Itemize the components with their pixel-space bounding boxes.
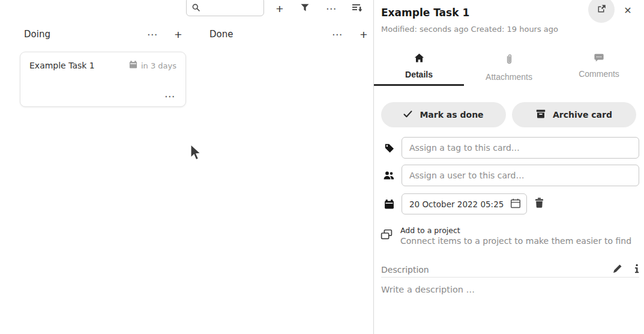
mark-as-done-button[interactable]: Mark as done: [381, 102, 506, 127]
card-details-panel: Example Task 1 Modified: seconds ago Cre…: [374, 0, 644, 334]
menu-button[interactable]: ⋯: [322, 0, 341, 17]
home-icon: [414, 53, 424, 64]
card-due-date: in 3 days: [129, 61, 176, 70]
panel-meta: Modified: seconds ago Created: 19 hours …: [381, 25, 558, 34]
project-copies-icon: [380, 229, 393, 243]
comment-icon: [594, 53, 604, 64]
info-icon: [634, 264, 639, 276]
description-header: Description: [381, 262, 639, 278]
paperclip-icon: [506, 53, 513, 67]
search-box[interactable]: [186, 0, 264, 16]
plus-icon: +: [175, 28, 182, 41]
tab-label: Comments: [579, 69, 619, 79]
tab-details[interactable]: Details: [374, 48, 464, 86]
search-icon: [192, 4, 200, 11]
app-window: + ⋯ Doing ⋯ + Done ⋯ + Example Task 1: [0, 0, 644, 334]
plus-icon: +: [360, 28, 367, 41]
due-date-input[interactable]: [402, 199, 510, 209]
card-title: Example Task 1: [29, 61, 95, 70]
card-due-label: in 3 days: [141, 61, 176, 70]
check-icon: [403, 111, 412, 120]
tab-label: Attachments: [486, 72, 532, 82]
add-card-button[interactable]: +: [270, 0, 289, 17]
description-placeholder[interactable]: Write a description …: [381, 285, 475, 294]
more-icon: ⋯: [326, 4, 337, 14]
search-input[interactable]: [200, 1, 263, 16]
add-to-project-row[interactable]: Add to a project Connect items to a proj…: [380, 223, 638, 248]
description-label: Description: [381, 265, 429, 275]
calendar-icon: [382, 198, 396, 211]
column-doing-add-button[interactable]: +: [170, 26, 186, 42]
pencil-icon: [613, 264, 622, 275]
assign-user-input[interactable]: [402, 165, 639, 186]
close-icon: ✕: [624, 5, 631, 16]
sort-descending-icon: [352, 4, 363, 14]
mark-as-done-label: Mark as done: [420, 110, 483, 120]
calendar-icon: [129, 61, 137, 70]
column-done-more-button[interactable]: ⋯: [330, 26, 345, 42]
date-picker-button[interactable]: [510, 198, 526, 210]
calendar-outline-icon: [510, 198, 521, 210]
archive-card-button[interactable]: Archive card: [512, 102, 636, 127]
column-header-done: Done: [209, 26, 233, 42]
sort-button[interactable]: [348, 0, 367, 17]
trash-icon: [535, 198, 544, 210]
tab-attachments[interactable]: Attachments: [464, 48, 554, 86]
column-header-doing: Doing: [24, 26, 50, 42]
column-name: Doing: [24, 29, 50, 40]
tab-label: Details: [405, 70, 433, 79]
filter-button[interactable]: [295, 0, 314, 17]
column-name: Done: [209, 29, 233, 40]
plus-icon: +: [276, 2, 283, 15]
edit-description-button[interactable]: [613, 264, 622, 275]
tag-input[interactable]: [402, 137, 639, 159]
column-done-add-button[interactable]: +: [356, 26, 372, 42]
more-icon: ⋯: [164, 91, 175, 102]
task-card[interactable]: Example Task 1 in 3 days ⋯: [20, 52, 186, 107]
due-date-field[interactable]: [402, 193, 527, 214]
open-in-window-button[interactable]: [588, 0, 615, 23]
add-to-project-title: Add to a project: [400, 226, 631, 235]
more-icon: ⋯: [147, 29, 158, 40]
panel-tabs: Details Attachments Comments: [374, 48, 644, 86]
panel-title: Example Task 1: [381, 7, 469, 19]
add-to-project-subtitle: Connect items to a project to make them …: [400, 236, 631, 246]
tag-icon: [382, 141, 396, 154]
more-icon: ⋯: [332, 29, 343, 40]
mouse-cursor: [190, 144, 201, 163]
remove-date-button[interactable]: [535, 198, 544, 210]
card-more-button[interactable]: ⋯: [163, 91, 176, 102]
filter-icon: [301, 4, 309, 13]
column-doing-more-button[interactable]: ⋯: [145, 26, 160, 42]
archive-card-label: Archive card: [553, 110, 612, 120]
close-panel-button[interactable]: ✕: [619, 2, 636, 19]
tab-comments[interactable]: Comments: [554, 48, 644, 86]
users-icon: [382, 169, 396, 182]
external-link-icon: [597, 4, 607, 16]
description-info-button[interactable]: [634, 264, 639, 276]
archive-icon: [536, 109, 546, 120]
